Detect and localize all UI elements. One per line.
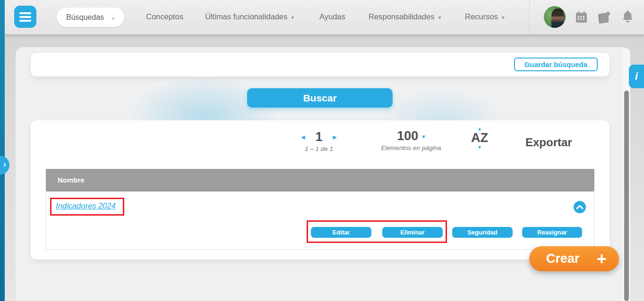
info-icon: i <box>635 70 638 83</box>
top-navbar: Búsquedas ⌄ Conceptos Últimas funcionali… <box>0 0 644 34</box>
info-tab[interactable]: i <box>629 65 644 88</box>
busquedas-dropdown-label: Búsquedas <box>66 13 104 22</box>
nav-item-ultimas-funcionalidades[interactable]: Últimas funcionalidades▾ <box>205 12 294 21</box>
reasignar-button[interactable]: Reasignar <box>522 227 582 238</box>
chevron-down-icon: ⌄ <box>111 14 116 21</box>
save-search-button[interactable]: Guardar búsqueda <box>514 58 598 71</box>
nav-item-conceptos[interactable]: Conceptos <box>146 12 183 21</box>
chevron-down-icon: ▾ <box>502 14 505 21</box>
pagination-range-label: 1 – 1 de 1 <box>286 145 352 152</box>
nav-item-ayudas[interactable]: Ayudas <box>319 12 345 21</box>
search-button[interactable]: Buscar <box>247 88 393 108</box>
results-panel: ◂ 1 ▸ 1 – 1 de 1 100 ▾ Elementos en pági… <box>31 120 610 259</box>
previous-page-button[interactable]: ◂ <box>301 133 305 141</box>
chevron-down-icon: ▾ <box>438 14 441 21</box>
busquedas-dropdown[interactable]: Búsquedas ⌄ <box>57 8 124 27</box>
export-button[interactable]: Exportar <box>525 136 572 149</box>
sidebar-expand-handle[interactable]: › <box>0 156 9 175</box>
user-avatar[interactable] <box>544 6 566 28</box>
create-button-label: Crear <box>546 251 580 266</box>
page-size-value[interactable]: 100 <box>397 129 418 143</box>
next-page-button[interactable]: ▸ <box>333 133 337 141</box>
page-size-label: Elementos en página <box>371 144 451 151</box>
plus-icon: + <box>597 249 607 269</box>
left-edge-strip <box>0 0 5 301</box>
avatar-photo <box>551 8 564 28</box>
search-filters-panel: Guardar búsqueda <box>31 53 610 76</box>
portfolio-icon[interactable] <box>596 11 611 24</box>
nav-item-responsabilidades[interactable]: Responsabilidades▾ <box>369 12 441 21</box>
create-button[interactable]: Crear + <box>529 246 619 271</box>
chevron-right-icon: › <box>3 159 6 169</box>
hamburger-menu-button[interactable] <box>14 6 36 28</box>
result-link-indicadores-2024[interactable]: Indicadores 2024 <box>56 201 116 210</box>
sort-az-control[interactable]: ▴ AZ ▾ <box>465 126 494 150</box>
current-page-number: 1 <box>315 130 322 144</box>
collapse-row-button[interactable] <box>574 201 586 213</box>
bell-icon[interactable] <box>621 10 634 24</box>
pagination: ◂ 1 ▸ 1 – 1 de 1 <box>286 130 352 152</box>
chevron-down-icon: ▾ <box>291 14 294 21</box>
editar-button[interactable]: Editar <box>311 227 371 238</box>
seguridad-button[interactable]: Seguridad <box>452 227 513 238</box>
table-row <box>46 192 594 250</box>
sort-label: AZ <box>465 131 494 145</box>
chevron-down-icon[interactable]: ▾ <box>422 133 425 140</box>
navbar-divider <box>529 0 530 34</box>
page-size-selector: 100 ▾ Elementos en página <box>371 129 451 151</box>
scrollbar-thumb[interactable] <box>624 91 629 301</box>
sort-ascending-icon[interactable]: ▴ <box>465 126 494 131</box>
sort-descending-icon[interactable]: ▾ <box>465 145 494 150</box>
eliminar-button[interactable]: Eliminar <box>382 227 443 238</box>
table-header-nombre: Nombre <box>46 169 594 192</box>
calendar-icon[interactable] <box>575 11 587 23</box>
nav-item-recursos[interactable]: Recursos▾ <box>465 12 505 21</box>
